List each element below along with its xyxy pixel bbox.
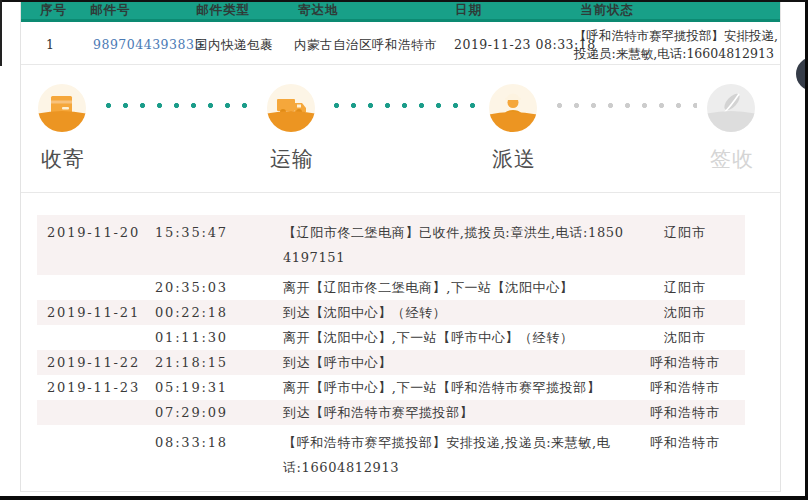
event-date: 2019-11-21 bbox=[37, 300, 155, 325]
header-destination: 寄达地 bbox=[298, 0, 339, 20]
signature-icon bbox=[707, 84, 755, 132]
event-description: 到达【呼市中心】 bbox=[283, 350, 625, 375]
event-time: 07:29:09 bbox=[155, 400, 283, 425]
mail-number-link[interactable]: 9897044393835 bbox=[93, 25, 203, 65]
event-time: 15:35:47 bbox=[155, 220, 283, 245]
event-time: 01:11:30 bbox=[155, 325, 283, 350]
progress-dots-1 bbox=[100, 103, 256, 108]
mail-destination: 内蒙古自治区呼和浩特市 bbox=[294, 25, 437, 65]
event-location: 沈阳市 bbox=[625, 300, 745, 325]
event-location: 呼和浩特市 bbox=[625, 430, 745, 455]
tracking-event-row: 20:35:03 离开【辽阳市佟二堡电商】,下一站【沈阳中心】 辽阳市 bbox=[37, 275, 745, 300]
progress-dots-3 bbox=[551, 103, 697, 108]
event-location: 沈阳市 bbox=[625, 325, 745, 350]
event-description: 离开【辽阳市佟二堡电商】,下一站【沈阳中心】 bbox=[283, 275, 625, 300]
progress-tracker: 收寄 运输 派送 签收 bbox=[21, 65, 780, 193]
tracking-event-row: 2019-11-22 21:18:15 到达【呼市中心】 呼和浩特市 bbox=[37, 350, 745, 375]
header-mail-type: 邮件类型 bbox=[196, 0, 250, 20]
event-description: 离开【沈阳中心】,下一站【呼市中心】（经转） bbox=[283, 325, 625, 350]
event-location: 辽阳市 bbox=[625, 275, 745, 300]
event-description: 离开【呼市中心】,下一站【呼和浩特市赛罕揽投部】 bbox=[283, 375, 625, 400]
tracking-page: 序号 邮件号 邮件类型 寄达地 日期 当前状态 1 9897044393835 … bbox=[0, 0, 805, 496]
progress-dots-2 bbox=[328, 103, 482, 108]
tracking-event-row: 08:33:18 【呼和浩特市赛罕揽投部】安排投递,投递员:来慧敏,电话:166… bbox=[37, 425, 745, 485]
tracking-event-row: 2019-11-20 15:35:47 【辽阳市佟二堡电商】已收件,揽投员:章洪… bbox=[37, 215, 745, 275]
event-description: 到达【沈阳中心】（经转） bbox=[283, 300, 625, 325]
event-time: 20:35:03 bbox=[155, 275, 283, 300]
tracking-events: 2019-11-20 15:35:47 【辽阳市佟二堡电商】已收件,揽投员:章洪… bbox=[37, 215, 745, 485]
tracking-event-row: 01:11:30 离开【沈阳中心】,下一站【呼市中心】（经转） 沈阳市 bbox=[37, 325, 745, 350]
mail-table-header: 序号 邮件号 邮件类型 寄达地 日期 当前状态 bbox=[21, 0, 780, 22]
tracking-event-row: 07:29:09 到达【呼和浩特市赛罕揽投部】 呼和浩特市 bbox=[37, 400, 745, 425]
event-location: 呼和浩特市 bbox=[625, 375, 745, 400]
header-date: 日期 bbox=[455, 0, 482, 20]
header-mail-no: 邮件号 bbox=[90, 0, 131, 20]
event-date: 2019-11-23 bbox=[37, 375, 155, 400]
event-time: 21:18:15 bbox=[155, 350, 283, 375]
tracking-event-row: 2019-11-21 00:22:18 到达【沈阳中心】（经转） 沈阳市 bbox=[37, 300, 745, 325]
parcel-icon bbox=[38, 84, 86, 132]
event-description: 【辽阳市佟二堡电商】已收件,揽投员:章洪生,电话:18504197151 bbox=[283, 220, 625, 270]
event-location: 呼和浩特市 bbox=[625, 350, 745, 375]
step-label-delivery: 派送 bbox=[492, 145, 536, 173]
screen-top-edge bbox=[0, 0, 806, 2]
courier-icon bbox=[489, 84, 537, 132]
screen-bottom-edge bbox=[0, 496, 808, 500]
header-serial: 序号 bbox=[40, 0, 67, 20]
header-status: 当前状态 bbox=[580, 0, 634, 20]
mail-summary-row: 1 9897044393835 国内快递包裹 内蒙古自治区呼和浩特市 2019-… bbox=[21, 25, 780, 65]
mail-type: 国内快递包裹 bbox=[195, 25, 273, 65]
step-label-collection: 收寄 bbox=[41, 145, 85, 173]
step-label-signed: 签收 bbox=[710, 145, 754, 173]
event-time: 05:19:31 bbox=[155, 375, 283, 400]
mail-serial: 1 bbox=[46, 25, 54, 65]
step-label-transport: 运输 bbox=[270, 145, 314, 173]
tracking-card: 序号 邮件号 邮件类型 寄达地 日期 当前状态 1 9897044393835 … bbox=[20, 0, 781, 492]
event-location: 呼和浩特市 bbox=[625, 400, 745, 425]
event-description: 【呼和浩特市赛罕揽投部】安排投递,投递员:来慧敏,电话:16604812913 bbox=[283, 430, 625, 480]
event-description: 到达【呼和浩特市赛罕揽投部】 bbox=[283, 400, 625, 425]
event-date: 2019-11-22 bbox=[37, 350, 155, 375]
event-location: 辽阳市 bbox=[625, 220, 745, 245]
tracking-event-row: 2019-11-23 05:19:31 离开【呼市中心】,下一站【呼和浩特市赛罕… bbox=[37, 375, 745, 400]
event-time: 08:33:18 bbox=[155, 430, 283, 455]
tracking-events-section: 2019-11-20 15:35:47 【辽阳市佟二堡电商】已收件,揽投员:章洪… bbox=[21, 194, 780, 492]
truck-icon bbox=[267, 84, 315, 132]
mail-current-status: 【呼和浩特市赛罕揽投部】安排投递,投递员:来慧敏,电话:16604812913 bbox=[574, 27, 782, 62]
screen-topleft-edge bbox=[0, 0, 2, 66]
event-date: 2019-11-20 bbox=[37, 220, 155, 245]
event-time: 00:22:18 bbox=[155, 300, 283, 325]
